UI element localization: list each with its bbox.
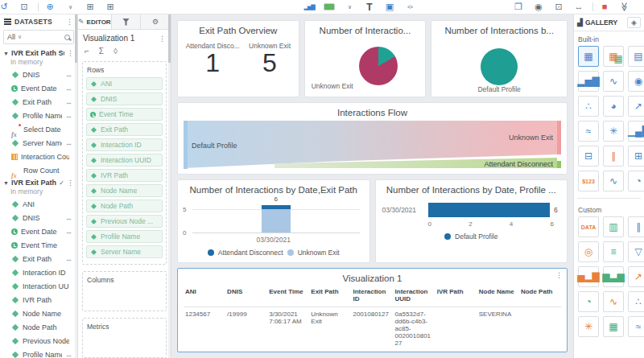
dataset-field[interactable]: Event Date ↔ bbox=[0, 224, 77, 238]
sankey-node-source[interactable] bbox=[184, 121, 188, 169]
gallery-thumb[interactable]: ↗ bbox=[628, 96, 644, 117]
toolbar-icon[interactable]: ▂▅▇ bbox=[303, 1, 316, 14]
toolbar-icon[interactable]: ■ bbox=[598, 1, 611, 14]
table-column-header[interactable]: DNIS bbox=[225, 286, 267, 307]
kebab-menu-icon[interactable]: ⋮ bbox=[67, 179, 74, 187]
gallery-thumb[interactable]: ≈ bbox=[628, 316, 644, 337]
gallery-thumb[interactable]: ◎ bbox=[578, 241, 599, 262]
sankey-node-target-top[interactable] bbox=[557, 121, 561, 154]
toolbar-icon[interactable]: ↔ bbox=[572, 1, 585, 14]
kebab-menu-icon[interactable]: ⋮ bbox=[67, 49, 74, 57]
gallery-thumb[interactable]: ▦ bbox=[603, 316, 624, 337]
field-pill[interactable]: Profile Name bbox=[86, 230, 163, 243]
dataset-field[interactable]: Profile Name ↔ bbox=[0, 109, 77, 122]
toolbar-icon[interactable]: T bbox=[363, 1, 376, 14]
toolbar-icon[interactable]: ⊡ bbox=[552, 1, 565, 14]
dataset-field[interactable]: Interaction Count bbox=[0, 150, 77, 163]
table-column-header[interactable]: Exit Path bbox=[309, 286, 351, 307]
toolbar-icon[interactable]: ❐ bbox=[512, 1, 525, 14]
tab-filter[interactable] bbox=[112, 14, 142, 29]
field-pill[interactable]: Event Time bbox=[86, 108, 163, 121]
interactions-flow-card[interactable]: Interactions Flow Default Profile Unknow… bbox=[177, 102, 568, 175]
toolbar-icon[interactable]: ∨ bbox=[64, 1, 76, 14]
full-pie-chart[interactable] bbox=[481, 48, 518, 85]
dataset-field[interactable]: Previous Node ... bbox=[0, 334, 77, 348]
horizontal-bar[interactable] bbox=[428, 203, 551, 217]
gallery-thumb[interactable]: DATA bbox=[578, 216, 599, 237]
metrics-shelf[interactable]: Metrics bbox=[82, 318, 167, 358]
dataset-field[interactable]: Exit Path ↔ bbox=[0, 252, 77, 265]
dataset-field[interactable]: ANI bbox=[0, 197, 77, 211]
dataset-field[interactable]: Event Time bbox=[0, 238, 77, 252]
dataset-field[interactable]: Interaction ID bbox=[0, 265, 77, 279]
gallery-thumb[interactable]: ▆▃▆ bbox=[603, 266, 624, 287]
dataset-field[interactable]: DNIS ↔ bbox=[0, 68, 77, 81]
toolbar-icon[interactable]: ⊡ bbox=[18, 1, 31, 14]
exit-path-overview-card[interactable]: Exit Path Overview Attendant Disco... 1 … bbox=[177, 20, 299, 97]
horizontal-bar-card[interactable]: Number of Interactions by Date, Profile … bbox=[375, 179, 568, 263]
toolbar-icon[interactable]: ⊕ bbox=[43, 1, 56, 14]
dataset-field[interactable]: Node Name bbox=[0, 307, 77, 320]
dataset-field[interactable]: IVR Path bbox=[0, 293, 77, 307]
dataset-group-header[interactable]: ▼ IVR Exit Path Summ... ⋮ bbox=[0, 47, 77, 58]
bar-segment-unknown-exit[interactable] bbox=[262, 209, 291, 232]
visualization-table-card[interactable]: Visualization 1 ⋮ ANIDNISEvent TimeExit … bbox=[177, 268, 568, 352]
field-pill[interactable]: Previous Node ... bbox=[86, 215, 163, 228]
gallery-thumb[interactable]: ≡ bbox=[603, 241, 624, 262]
datasets-scrollbar[interactable] bbox=[75, 14, 77, 358]
gallery-thumb[interactable]: ▤ bbox=[628, 46, 644, 67]
gallery-thumb[interactable]: ▦ bbox=[578, 46, 599, 67]
gallery-thumb[interactable]: ▦ bbox=[603, 46, 624, 67]
gallery-thumb[interactable]: ∿ bbox=[603, 171, 624, 191]
table-column-header[interactable]: Node Name bbox=[477, 286, 519, 307]
gallery-thumb[interactable]: ▂▅▇ bbox=[578, 71, 599, 92]
hamburger-icon[interactable] bbox=[4, 21, 11, 23]
kebab-menu-icon[interactable]: ⋮ bbox=[66, 18, 73, 26]
gallery-thumb[interactable]: ▅▂▇ bbox=[578, 266, 599, 287]
toolbar-icon[interactable]: ◉ bbox=[532, 1, 545, 14]
dataset-field[interactable]: Exit Path ↔ bbox=[0, 95, 77, 109]
rows-shelf[interactable]: Rows ANI DNIS Event Time bbox=[82, 61, 167, 265]
toolbar-icon[interactable] bbox=[323, 1, 336, 14]
table-column-header[interactable]: Node Path bbox=[519, 286, 561, 307]
dataset-field[interactable]: Select Date bbox=[0, 122, 77, 136]
gallery-thumb[interactable]: $123 bbox=[578, 171, 599, 191]
table-row[interactable]: 1234567/199993/30/2021 7:06:17 AMUnknown… bbox=[184, 307, 561, 351]
field-pill[interactable]: Interaction UUID bbox=[86, 154, 163, 167]
editor-scrollbar[interactable] bbox=[168, 14, 171, 358]
gallery-thumb[interactable]: ✳ bbox=[578, 316, 599, 337]
tab-editor[interactable]: ✎ EDITOR bbox=[78, 14, 112, 29]
gallery-thumb[interactable]: ⊟ bbox=[578, 146, 599, 167]
gallery-thumb[interactable]: ∿ bbox=[603, 71, 624, 92]
profile-pie-card[interactable]: Number of Interactions b... Default Prof… bbox=[431, 20, 568, 97]
field-pill[interactable]: IVR Path bbox=[86, 169, 163, 182]
toolbar-icon[interactable]: <> bbox=[403, 1, 416, 14]
editor-tool-icon[interactable]: ◊ bbox=[114, 47, 118, 56]
table-column-header[interactable]: ANI bbox=[184, 286, 225, 307]
gallery-thumb[interactable]: ∴ bbox=[628, 291, 644, 312]
gallery-thumb[interactable]: ∿ bbox=[603, 291, 624, 312]
field-pill[interactable]: Node Path bbox=[86, 200, 163, 212]
search-icon[interactable] bbox=[64, 35, 70, 40]
gallery-thumb[interactable]: ◕ bbox=[603, 96, 624, 117]
stacked-bar[interactable] bbox=[262, 205, 291, 232]
gallery-thumb[interactable]: ◉ bbox=[628, 71, 644, 92]
gallery-thumb[interactable]: ∴ bbox=[578, 96, 599, 117]
columns-shelf[interactable]: Columns bbox=[82, 271, 167, 311]
layers-tab[interactable]: ◈ bbox=[627, 17, 641, 28]
field-pill[interactable]: Interaction ID bbox=[86, 138, 163, 151]
field-pill[interactable]: DNIS bbox=[86, 93, 163, 105]
gallery-thumb[interactable]: ◔ bbox=[578, 291, 599, 312]
pie-chart-card[interactable]: Number of Interactio... Unknown Exit bbox=[304, 20, 427, 97]
dataset-filter[interactable]: All ∨ bbox=[3, 30, 74, 44]
field-pill[interactable]: ANI bbox=[86, 77, 163, 90]
gallery-thumb[interactable]: ▥ bbox=[603, 216, 624, 237]
gallery-thumb[interactable]: ⊞ bbox=[628, 146, 644, 167]
toolbar-icon[interactable]: ⊞ bbox=[104, 1, 117, 14]
kebab-menu-icon[interactable]: ⋮ bbox=[159, 35, 166, 43]
editor-tool-icon[interactable]: Σ bbox=[99, 47, 104, 56]
gallery-thumb[interactable]: ∥ bbox=[603, 146, 624, 167]
editor-tool-icon[interactable]: ⌐ bbox=[85, 47, 89, 56]
dataset-field[interactable]: DNIS ↔ bbox=[0, 211, 77, 224]
caret-down-icon[interactable]: ▼ bbox=[3, 51, 9, 56]
